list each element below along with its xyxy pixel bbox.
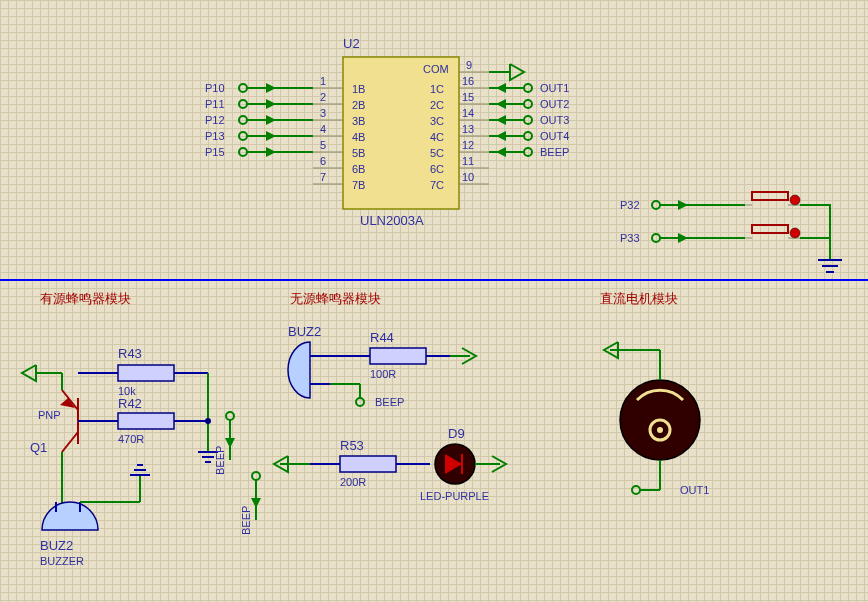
- svg-text:14: 14: [462, 107, 474, 119]
- svg-point-83: [524, 148, 532, 156]
- svg-text:5B: 5B: [352, 147, 365, 159]
- svg-point-120: [226, 412, 234, 420]
- svg-text:BUZZER: BUZZER: [40, 555, 84, 567]
- svg-text:P10: P10: [205, 82, 225, 94]
- svg-point-175: [657, 427, 663, 433]
- svg-marker-80: [496, 131, 506, 141]
- svg-text:7B: 7B: [352, 179, 365, 191]
- svg-line-129: [62, 432, 78, 452]
- svg-text:R43: R43: [118, 346, 142, 361]
- svg-text:OUT1: OUT1: [540, 82, 569, 94]
- buzzer-icon: BUZ2: [288, 324, 330, 398]
- svg-text:P11: P11: [205, 98, 225, 110]
- svg-text:4: 4: [320, 123, 326, 135]
- svg-text:4C: 4C: [430, 131, 444, 143]
- ground-icon: [818, 260, 842, 272]
- block-passive-buzzer: 无源蜂鸣器模块 BUZ2 R44 100R BEEP R53 200R D9: [274, 291, 506, 502]
- buzzer-icon: BUZ2 BUZZER: [40, 452, 150, 567]
- svg-text:D9: D9: [448, 426, 465, 441]
- svg-point-58: [239, 132, 247, 140]
- svg-marker-76: [496, 115, 506, 125]
- svg-text:OUT4: OUT4: [540, 130, 569, 142]
- svg-point-79: [524, 132, 532, 140]
- svg-text:OUT3: OUT3: [540, 114, 569, 126]
- svg-text:7C: 7C: [430, 179, 444, 191]
- svg-marker-96: [678, 233, 688, 243]
- ic-left-pins: 11B 22B 33B 44B 55B 66B 77B: [313, 75, 365, 191]
- svg-text:15: 15: [462, 91, 474, 103]
- svg-marker-72: [496, 99, 506, 109]
- resistor-icon: [370, 348, 426, 364]
- svg-text:P15: P15: [205, 146, 225, 158]
- svg-text:P32: P32: [620, 199, 640, 211]
- switches-block: P32 P33: [620, 192, 842, 272]
- svg-text:BEEP: BEEP: [240, 506, 252, 535]
- svg-point-101: [790, 228, 800, 238]
- svg-point-95: [652, 234, 660, 242]
- svg-text:P33: P33: [620, 232, 640, 244]
- svg-text:3C: 3C: [430, 115, 444, 127]
- block-dc-motor: 直流电机模块 OUT1: [600, 291, 709, 496]
- svg-point-71: [524, 100, 532, 108]
- svg-point-67: [524, 84, 532, 92]
- svg-marker-125: [251, 498, 261, 508]
- svg-point-50: [239, 100, 247, 108]
- svg-text:2B: 2B: [352, 99, 365, 111]
- svg-marker-68: [496, 83, 506, 93]
- block-active-buzzer: 有源蜂鸣器模块 R43 10k R42 470R BEEP BEEP PNP Q…: [22, 291, 261, 567]
- svg-text:13: 13: [462, 123, 474, 135]
- svg-marker-47: [266, 83, 276, 93]
- svg-text:16: 16: [462, 75, 474, 87]
- resistor-icon: [118, 413, 174, 429]
- svg-text:R53: R53: [340, 438, 364, 453]
- svg-text:12: 12: [462, 139, 474, 151]
- svg-text:1B: 1B: [352, 83, 365, 95]
- ic-left-terminals: P10 P11 P12 P13 P15: [205, 82, 313, 158]
- svg-text:6C: 6C: [430, 163, 444, 175]
- svg-point-54: [239, 116, 247, 124]
- ground-icon: [130, 465, 150, 475]
- svg-rect-98: [752, 225, 788, 233]
- svg-marker-84: [496, 147, 506, 157]
- svg-marker-59: [266, 131, 276, 141]
- svg-text:6: 6: [320, 155, 326, 167]
- svg-text:1: 1: [320, 75, 326, 87]
- motor-icon: OUT1: [604, 342, 709, 496]
- svg-text:LED-PURPLE: LED-PURPLE: [420, 490, 489, 502]
- svg-text:4B: 4B: [352, 131, 365, 143]
- svg-text:6B: 6B: [352, 163, 365, 175]
- svg-rect-90: [752, 192, 788, 200]
- svg-point-93: [790, 195, 800, 205]
- svg-text:BEEP: BEEP: [214, 446, 226, 475]
- svg-text:有源蜂鸣器模块: 有源蜂鸣器模块: [40, 291, 131, 306]
- svg-marker-55: [266, 115, 276, 125]
- svg-point-75: [524, 116, 532, 124]
- svg-marker-121: [225, 438, 235, 448]
- svg-text:OUT2: OUT2: [540, 98, 569, 110]
- ic-u2: U2 ULN2003A COM 11B 22B 33B 44B 55B 66B …: [205, 36, 569, 228]
- svg-text:Q1: Q1: [30, 440, 47, 455]
- pushbutton-icon: [745, 192, 800, 205]
- svg-point-158: [356, 398, 364, 406]
- svg-text:9: 9: [466, 59, 472, 71]
- svg-text:P12: P12: [205, 114, 225, 126]
- svg-text:P13: P13: [205, 130, 225, 142]
- transistor-pnp-icon: PNP Q1: [22, 365, 98, 455]
- svg-point-62: [239, 148, 247, 156]
- svg-point-180: [632, 486, 640, 494]
- svg-text:OUT1: OUT1: [680, 484, 709, 496]
- svg-text:11: 11: [462, 155, 474, 167]
- svg-point-124: [252, 472, 260, 480]
- svg-text:100R: 100R: [370, 368, 396, 380]
- svg-text:2C: 2C: [430, 99, 444, 111]
- svg-text:5: 5: [320, 139, 326, 151]
- svg-text:R42: R42: [118, 396, 142, 411]
- svg-text:3: 3: [320, 107, 326, 119]
- svg-text:BUZ2: BUZ2: [40, 538, 73, 553]
- svg-marker-63: [266, 147, 276, 157]
- svg-point-115: [205, 418, 211, 424]
- svg-text:BEEP: BEEP: [540, 146, 569, 158]
- svg-text:10: 10: [462, 171, 474, 183]
- svg-text:200R: 200R: [340, 476, 366, 488]
- resistor-icon: [118, 365, 174, 381]
